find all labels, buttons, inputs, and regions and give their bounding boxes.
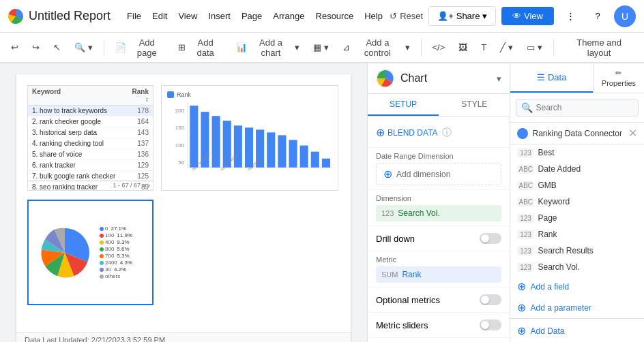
zoom-icon: 🔍	[74, 42, 85, 52]
menu-edit[interactable]: Edit	[147, 8, 173, 24]
share-button[interactable]: 👤+ Share	[428, 6, 496, 26]
select-tool-button[interactable]: ↖	[48, 38, 66, 57]
menu-help[interactable]: Help	[359, 8, 388, 24]
field-item[interactable]: ABC Date Added	[510, 161, 644, 177]
next-page-icon[interactable]: ›	[148, 182, 150, 189]
rank-col-header: Rank ↕	[126, 86, 153, 105]
bar-chart-widget[interactable]: Rank 200 150 100 50	[161, 85, 338, 191]
metric-sliders-toggle[interactable]	[480, 320, 501, 330]
view-button[interactable]: 👁 View	[501, 7, 554, 25]
field-item[interactable]: 123 Rank	[510, 226, 644, 243]
menu-insert[interactable]: Insert	[203, 8, 236, 24]
prev-page-icon[interactable]: ‹	[143, 182, 145, 189]
tab-setup[interactable]: SETUP	[368, 94, 439, 116]
metric-field-chip[interactable]: SUM Rank	[376, 266, 501, 283]
add-data-button[interactable]: ⊕ Add Data	[510, 318, 644, 342]
menu-arrange[interactable]: Arrange	[267, 8, 310, 24]
add-data-button[interactable]: ⊞ Add data	[173, 33, 227, 62]
legend-item-others: others	[100, 273, 132, 279]
more-options-button[interactable]: ⋮	[559, 5, 581, 27]
chart-type-icon	[376, 69, 395, 88]
add-scorecard-button[interactable]: ▦▾	[308, 38, 334, 57]
svg-rect-18	[322, 159, 330, 168]
legend-color-1	[100, 234, 104, 238]
add-chart-button[interactable]: 📊 Add a chart ▾	[231, 33, 305, 62]
close-data-source-icon[interactable]: ✕	[628, 127, 637, 140]
bar-legend-icon	[167, 91, 174, 98]
keyword-cell: 2. rank checker google	[28, 116, 126, 127]
zoom-button[interactable]: 🔍▾	[69, 38, 98, 57]
add-field-button[interactable]: ⊕ Add a field	[510, 276, 644, 297]
pie-chart-widget[interactable]: 0 27.1% 100 11.9% 400 9.3%	[27, 200, 153, 305]
bar-chart-svg: 200 150 100 50	[167, 101, 332, 183]
optional-metrics-toggle[interactable]	[480, 294, 501, 305]
menu-view[interactable]: View	[173, 8, 203, 24]
chart-type-dropdown[interactable]: ▾	[497, 74, 501, 84]
table-row[interactable]: 4. ranking checking tool 137	[28, 138, 153, 149]
help-button[interactable]: ?	[587, 5, 609, 27]
add-chart-dropdown-icon: ▾	[295, 42, 299, 52]
tab-style[interactable]: STYLE	[439, 94, 510, 116]
table-row[interactable]: 1. how to track keywords 178	[28, 106, 153, 116]
canvas-area: Keyword Rank ↕ 1. how to track keywords …	[0, 63, 367, 342]
field-type-indicator: ABC	[517, 165, 533, 174]
redo-icon: ↪	[32, 42, 40, 52]
rank-cell: 137	[126, 138, 153, 149]
rank-cell: 143	[126, 127, 153, 138]
add-data-icon-bottom: ⊕	[517, 324, 526, 337]
search-input[interactable]	[516, 99, 639, 116]
text-button[interactable]: T	[475, 38, 492, 57]
field-item[interactable]: 123 Search Vol.	[510, 259, 644, 275]
tab-data[interactable]: ☰ Data	[510, 63, 592, 93]
tab-properties[interactable]: ✏ Properties	[593, 63, 644, 93]
metric-type-icon: SUM	[381, 270, 398, 279]
optional-metrics-row: Optional metrics	[376, 292, 501, 308]
field-type-indicator: 123	[517, 230, 533, 239]
table-row[interactable]: 5. share of voice 136	[28, 149, 153, 160]
drill-down-toggle[interactable]	[480, 233, 501, 244]
table-row[interactable]: 2. rank checker google 164	[28, 116, 153, 127]
legend-item-6: 30 4.2%	[100, 266, 132, 273]
dimension-label: Dimension	[376, 194, 501, 202]
add-control-button[interactable]: ⊿ Add a control ▾	[337, 33, 415, 62]
data-source-header: Ranking Data Connector ✕	[510, 123, 644, 144]
blend-data-button[interactable]: ⊕ BLEND DATA	[376, 126, 438, 139]
legend-item-1: 100 11.9%	[100, 232, 132, 238]
header-right: ↺ Reset 👤+ Share 👁 View ⋮ ? U	[390, 5, 636, 27]
field-item[interactable]: 123 Search Results	[510, 243, 644, 259]
svg-rect-6	[190, 106, 198, 168]
field-name: Rank	[538, 230, 557, 239]
menu-page[interactable]: Page	[236, 8, 267, 24]
rank-cell: 129	[126, 160, 153, 170]
redo-button[interactable]: ↪	[27, 38, 45, 57]
theme-layout-button[interactable]: Theme and layout	[559, 33, 639, 62]
field-item[interactable]: ABC Keyword	[510, 193, 644, 210]
blend-info-icon[interactable]: ⓘ	[442, 127, 452, 139]
avatar[interactable]: U	[614, 5, 636, 27]
chart-setup-panel: Chart ▾ SETUP STYLE ⊕ BLEND DATA ⓘ	[368, 63, 510, 342]
undo-button[interactable]: ↩	[5, 38, 24, 57]
data-panel-header: ☰ Data ✏ Properties	[510, 63, 644, 93]
table-row[interactable]: 6. rank tracker 129	[28, 160, 153, 171]
menu-file[interactable]: File	[121, 8, 147, 24]
add-dimension-button[interactable]: ⊕ Add dimension	[376, 163, 501, 185]
field-item[interactable]: 123 Page	[510, 210, 644, 226]
add-parameter-button[interactable]: ⊕ Add a parameter	[510, 297, 644, 318]
rank-cell: 164	[126, 116, 153, 127]
table-row[interactable]: 3. historical serp data 143	[28, 127, 153, 138]
menu-resource[interactable]: Resource	[310, 8, 360, 24]
keyword-col-header: Keyword	[28, 86, 126, 105]
field-item[interactable]: ABC GMB	[510, 177, 644, 193]
table-footer: 1 - 67 / 67 ‹ ›	[28, 180, 153, 190]
svg-rect-10	[234, 125, 242, 168]
reset-button[interactable]: ↺ Reset	[390, 11, 423, 21]
dimension-field-chip[interactable]: 123 Search Vol.	[376, 205, 501, 221]
line-button[interactable]: ╱▾	[495, 38, 518, 57]
add-page-button[interactable]: 📄 Add page	[110, 33, 171, 62]
image-button[interactable]: 🖼	[453, 38, 473, 57]
table-widget[interactable]: Keyword Rank ↕ 1. how to track keywords …	[27, 85, 153, 191]
field-item[interactable]: 123 Best	[510, 144, 644, 161]
code-button[interactable]: </>	[427, 38, 451, 57]
shape-button[interactable]: ▭▾	[521, 38, 548, 57]
legend-item-0: 0 27.1%	[100, 226, 132, 232]
